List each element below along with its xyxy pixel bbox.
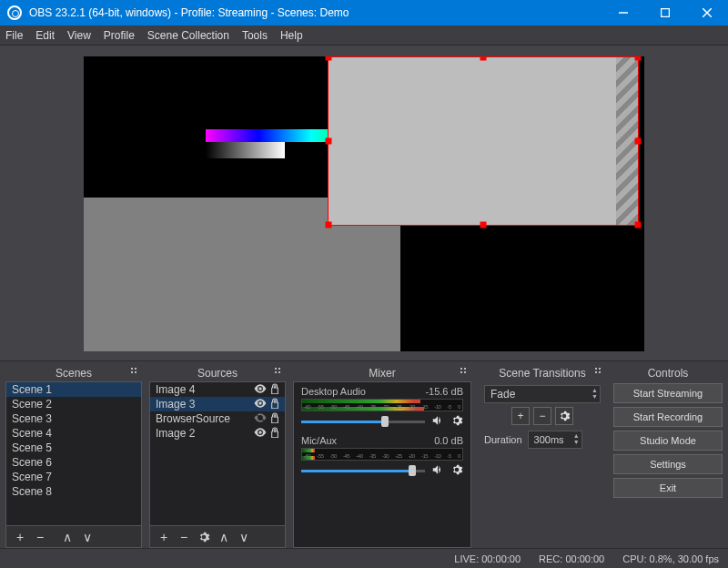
grip-icon[interactable]: [275, 368, 284, 377]
visibility-icon[interactable]: [254, 412, 267, 426]
scene-item[interactable]: Scene 1: [6, 382, 141, 397]
preview-canvas[interactable]: [84, 56, 644, 351]
speaker-icon[interactable]: [430, 463, 445, 479]
scene-add-button[interactable]: +: [10, 527, 30, 547]
menu-tools[interactable]: Tools: [242, 29, 268, 42]
visibility-icon[interactable]: [254, 427, 267, 441]
scene-item[interactable]: Scene 5: [6, 441, 141, 455]
transitions-panel: Scene Transitions Fade ▲▼ + − Duration 3…: [479, 365, 606, 548]
transition-remove-button[interactable]: −: [533, 407, 551, 425]
mixer-db: 0.0 dB: [434, 435, 463, 446]
source-item[interactable]: Image 3: [150, 397, 285, 411]
statusbar: LIVE: 00:00:00 REC: 00:00:00 CPU: 0.8%, …: [0, 548, 728, 568]
sources-panel: Sources Image 4Image 3BrowserSourceImage…: [149, 365, 286, 548]
duration-input[interactable]: 300ms ▲▼: [528, 431, 582, 449]
duration-value: 300ms: [534, 434, 564, 445]
scene-up-button[interactable]: ∧: [57, 527, 77, 547]
grip-icon[interactable]: [460, 368, 470, 377]
lock-icon[interactable]: [270, 383, 279, 397]
titlebar[interactable]: OBS 23.2.1 (64-bit, windows) - Profile: …: [0, 0, 728, 25]
start-streaming-button[interactable]: Start Streaming: [613, 383, 723, 403]
grip-icon[interactable]: [131, 368, 140, 377]
status-rec: REC: 00:00:00: [539, 553, 604, 564]
slider-thumb[interactable]: [409, 465, 416, 476]
scene-remove-button[interactable]: −: [30, 527, 50, 547]
mixer-panel: Mixer Desktop Audio-15.6 dB -60-55-50-45…: [293, 365, 471, 548]
scene-list[interactable]: Scene 1Scene 2Scene 3Scene 4Scene 5Scene…: [6, 382, 141, 499]
mixer-mic-aux: Mic/Aux0.0 dB -60-55-50-45-40-35-30-25-2…: [301, 435, 463, 479]
preview-area[interactable]: [0, 46, 728, 360]
menu-view[interactable]: View: [67, 29, 91, 42]
volume-slider[interactable]: [301, 421, 425, 423]
scene-down-button[interactable]: ∨: [77, 527, 97, 547]
volume-meter: -60-55-50-45-40-35-30-25-20-15-10-50: [301, 399, 463, 411]
bottom-panels: Scenes Scene 1Scene 2Scene 3Scene 4Scene…: [0, 360, 728, 548]
source-list[interactable]: Image 4Image 3BrowserSourceImage 2: [150, 382, 285, 441]
chevron-up-icon[interactable]: ▲: [573, 432, 580, 439]
gear-icon[interactable]: [450, 414, 463, 430]
volume-meter: -60-55-50-45-40-35-30-25-20-15-10-50: [301, 448, 463, 461]
transition-value: Fade: [490, 388, 515, 401]
chevron-down-icon[interactable]: ▼: [592, 393, 598, 400]
mixer-desktop-audio: Desktop Audio-15.6 dB -60-55-50-45-40-35…: [301, 386, 463, 430]
transitions-title: Scene Transitions: [499, 367, 585, 380]
slider-thumb[interactable]: [381, 416, 389, 427]
settings-button[interactable]: Settings: [613, 454, 723, 474]
transition-select[interactable]: Fade ▲▼: [484, 385, 601, 403]
volume-slider[interactable]: [301, 470, 425, 472]
source-add-button[interactable]: +: [154, 527, 174, 547]
visibility-icon[interactable]: [254, 398, 267, 411]
source-item[interactable]: Image 4: [150, 382, 285, 397]
window-title: OBS 23.2.1 (64-bit, windows) - Profile: …: [29, 6, 349, 19]
app-window: OBS 23.2.1 (64-bit, windows) - Profile: …: [0, 0, 728, 568]
source-up-button[interactable]: ∧: [214, 527, 234, 547]
menu-profile[interactable]: Profile: [104, 29, 135, 42]
svg-rect-0: [662, 9, 670, 17]
scene-item[interactable]: Scene 7: [6, 470, 141, 484]
transition-add-button[interactable]: +: [511, 407, 530, 425]
menu-edit[interactable]: Edit: [35, 29, 55, 42]
scene-item[interactable]: Scene 8: [6, 484, 141, 499]
source-image-3-selection[interactable]: [328, 56, 639, 226]
scene-item[interactable]: Scene 4: [6, 426, 141, 441]
lock-icon[interactable]: [270, 412, 279, 426]
menu-help[interactable]: Help: [280, 29, 303, 42]
mixer-db: -15.6 dB: [425, 386, 463, 397]
speaker-icon[interactable]: [430, 414, 445, 430]
source-remove-button[interactable]: −: [174, 527, 194, 547]
scene-item[interactable]: Scene 3: [6, 411, 141, 426]
menu-file[interactable]: File: [5, 29, 23, 42]
grip-icon[interactable]: [595, 368, 604, 377]
obs-icon: [7, 5, 22, 20]
source-item[interactable]: BrowserSource: [150, 411, 285, 426]
start-recording-button[interactable]: Start Recording: [613, 407, 723, 427]
lock-icon[interactable]: [270, 398, 279, 411]
source-item[interactable]: Image 2: [150, 426, 285, 441]
controls-title: Controls: [648, 367, 689, 380]
gear-icon[interactable]: [450, 463, 463, 479]
chevron-up-icon[interactable]: ▲: [592, 387, 598, 393]
lock-icon[interactable]: [270, 427, 279, 441]
scene-item[interactable]: Scene 6: [6, 455, 141, 470]
scene-item[interactable]: Scene 2: [6, 397, 141, 411]
scenes-title: Scenes: [56, 367, 92, 380]
status-cpu: CPU: 0.8%, 30.00 fps: [622, 553, 719, 564]
source-down-button[interactable]: ∨: [234, 527, 254, 547]
studio-mode-button[interactable]: Studio Mode: [613, 431, 723, 451]
duration-label: Duration: [484, 434, 522, 445]
exit-button[interactable]: Exit: [613, 478, 723, 498]
controls-panel: Controls Start Streaming Start Recording…: [613, 365, 723, 548]
status-live: LIVE: 00:00:00: [454, 553, 521, 564]
mixer-title: Mixer: [369, 367, 395, 380]
mixer-label: Mic/Aux: [301, 435, 337, 446]
visibility-icon[interactable]: [254, 383, 267, 397]
transition-settings-button[interactable]: [555, 407, 573, 425]
chevron-down-icon[interactable]: ▼: [573, 439, 580, 445]
maximize-button[interactable]: [644, 0, 686, 25]
close-button[interactable]: [686, 0, 728, 25]
menu-scene-collection[interactable]: Scene Collection: [147, 29, 229, 42]
source-settings-button[interactable]: [194, 527, 214, 547]
mixer-label: Desktop Audio: [301, 386, 366, 397]
minimize-button[interactable]: [602, 0, 644, 25]
sources-title: Sources: [197, 367, 238, 380]
